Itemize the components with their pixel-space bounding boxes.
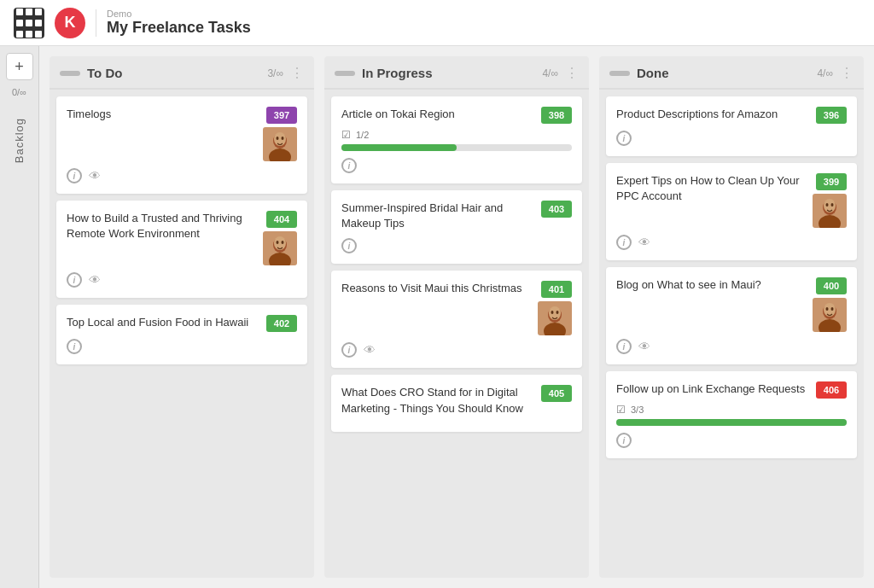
backlog-label[interactable]: Backlog <box>13 111 26 170</box>
column-todo: To Do3/∞⋮Timelogs397 i👁How to Build a Tr… <box>50 56 314 578</box>
col-menu-inprogress[interactable]: ⋮ <box>565 65 579 81</box>
col-header-todo: To Do3/∞⋮ <box>50 56 314 90</box>
info-icon[interactable]: i <box>616 339 632 354</box>
col-header-done: Done4/∞⋮ <box>599 56 864 90</box>
svg-point-21 <box>824 199 836 212</box>
card-item[interactable]: Summer-Inspired Bridal Hair and Makeup T… <box>331 190 582 264</box>
header-text: Demo My Freelance Tasks <box>107 9 251 37</box>
col-count-inprogress: 4/∞ <box>542 67 558 79</box>
card-badge: 401 <box>541 281 572 298</box>
checklist-icon: ☑ <box>616 404 626 416</box>
card-badge: 404 <box>266 211 297 228</box>
col-count-todo: 3/∞ <box>267 67 283 79</box>
card-item[interactable]: Product Descriptions for Amazon396i <box>606 96 857 156</box>
card-item[interactable]: Expert Tips on How to Clean Up Your PPC … <box>606 163 857 260</box>
card-footer: i <box>67 339 297 354</box>
card-footer: i👁 <box>616 339 847 354</box>
progress-bar-wrap <box>616 419 847 426</box>
grid-menu-icon[interactable] <box>14 8 44 38</box>
col-header-inprogress: In Progress4/∞⋮ <box>324 56 589 90</box>
card-footer: i👁 <box>341 342 572 358</box>
logo: K <box>55 8 85 38</box>
eye-icon[interactable]: 👁 <box>638 236 650 249</box>
card-title: Reasons to Visit Maui this Christmas <box>341 281 538 296</box>
demo-label: Demo <box>107 9 251 19</box>
card-title: Product Descriptions for Amazon <box>616 107 816 122</box>
column-done: Done4/∞⋮Product Descriptions for Amazon3… <box>599 56 864 578</box>
card-badge: 397 <box>266 107 297 124</box>
card-badge: 399 <box>816 173 847 190</box>
svg-point-9 <box>274 236 286 250</box>
info-icon[interactable]: i <box>67 168 82 183</box>
col-title-inprogress: In Progress <box>362 66 542 80</box>
cards-inprogress: Article on Tokai Region398☑ 1/2iSummer-I… <box>324 90 589 439</box>
card-top-row: Follow up on Link Exchange Requests406 <box>616 381 847 399</box>
card-top-row: Blog on What to see in Maui?400 <box>616 277 847 332</box>
col-count-done: 4/∞ <box>817 67 833 79</box>
checklist-count: 3/3 <box>631 405 644 415</box>
card-footer: i <box>616 433 847 448</box>
avatar <box>263 231 297 265</box>
svg-point-10 <box>277 241 279 244</box>
card-item[interactable]: Timelogs397 i👁 <box>56 96 307 194</box>
info-icon[interactable]: i <box>616 131 632 146</box>
card-item[interactable]: Follow up on Link Exchange Requests406☑ … <box>606 371 857 458</box>
avatar <box>813 194 847 228</box>
eye-icon[interactable]: 👁 <box>89 169 101 183</box>
info-icon[interactable]: i <box>616 235 632 250</box>
card-title: How to Build a Trusted and Thriving Remo… <box>67 211 263 242</box>
card-top-row: Timelogs397 <box>67 107 297 161</box>
page-title: My Freelance Tasks <box>107 19 251 37</box>
card-title: Blog on What to see in Maui? <box>616 277 813 293</box>
svg-point-23 <box>831 203 834 207</box>
col-menu-todo[interactable]: ⋮ <box>290 65 304 81</box>
info-icon[interactable]: i <box>341 158 357 173</box>
svg-point-22 <box>826 203 829 207</box>
eye-icon[interactable]: 👁 <box>89 273 101 287</box>
svg-point-4 <box>277 137 279 140</box>
card-item[interactable]: Reasons to Visit Maui this Christmas401 … <box>331 271 582 368</box>
eye-icon[interactable]: 👁 <box>364 343 376 357</box>
header-divider <box>96 9 96 37</box>
svg-point-28 <box>826 307 829 311</box>
card-top-row: Summer-Inspired Bridal Hair and Makeup T… <box>341 201 572 231</box>
board: To Do3/∞⋮Timelogs397 i👁How to Build a Tr… <box>39 46 874 588</box>
checklist-row: ☑ 1/2 <box>341 129 572 141</box>
card-footer: i👁 <box>616 235 847 250</box>
svg-point-3 <box>274 132 286 146</box>
card-top-row: How to Build a Trusted and Thriving Remo… <box>67 211 297 265</box>
card-item[interactable]: Article on Tokai Region398☑ 1/2i <box>331 96 582 183</box>
avatar <box>813 298 847 332</box>
avatar <box>538 301 572 335</box>
card-badge: 406 <box>816 381 847 399</box>
card-item[interactable]: Blog on What to see in Maui?400 i👁 <box>606 267 857 364</box>
add-button[interactable]: + <box>6 53 33 80</box>
info-icon[interactable]: i <box>341 238 357 253</box>
eye-icon[interactable]: 👁 <box>638 340 650 353</box>
checklist-row: ☑ 3/3 <box>616 404 847 416</box>
svg-point-16 <box>551 311 554 314</box>
svg-point-5 <box>282 137 284 140</box>
col-title-todo: To Do <box>87 66 267 80</box>
card-top-row: Expert Tips on How to Clean Up Your PPC … <box>616 173 847 228</box>
info-icon[interactable]: i <box>616 433 632 448</box>
col-bar-icon <box>335 71 355 76</box>
info-icon[interactable]: i <box>67 272 82 288</box>
svg-point-29 <box>831 307 834 311</box>
card-top-row: Top Local and Fusion Food in Hawaii402 <box>67 315 297 332</box>
card-top-row: What Does CRO Stand for in Digital Marke… <box>341 385 572 416</box>
card-item[interactable]: What Does CRO Stand for in Digital Marke… <box>331 375 582 431</box>
card-item[interactable]: How to Build a Trusted and Thriving Remo… <box>56 201 307 298</box>
progress-bar <box>341 144 457 151</box>
card-footer: i👁 <box>67 272 297 288</box>
svg-point-17 <box>556 311 559 314</box>
card-item[interactable]: Top Local and Fusion Food in Hawaii402i <box>56 305 307 364</box>
col-menu-done[interactable]: ⋮ <box>840 65 854 81</box>
col-title-done: Done <box>637 66 817 80</box>
info-icon[interactable]: i <box>67 339 82 354</box>
card-title: Follow up on Link Exchange Requests <box>616 381 816 397</box>
card-footer: i👁 <box>67 168 297 183</box>
svg-point-15 <box>549 306 561 320</box>
column-inprogress: In Progress4/∞⋮Article on Tokai Region39… <box>324 56 589 578</box>
info-icon[interactable]: i <box>341 342 357 358</box>
